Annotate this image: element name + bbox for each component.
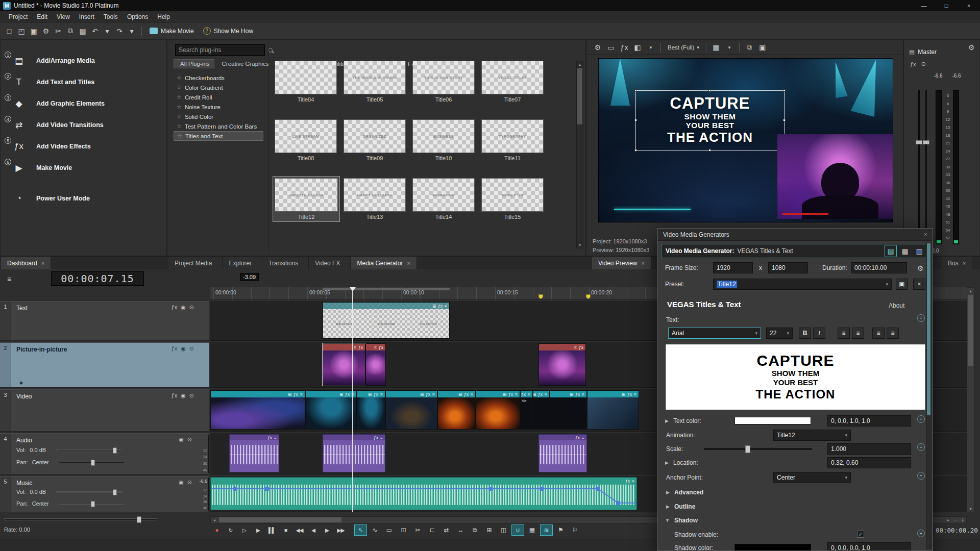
event-menu-icon[interactable]: ≡ (634, 392, 636, 397)
text-keyframe-icon[interactable]: + (917, 314, 925, 322)
event-edit-tool[interactable]: ◫ (497, 524, 510, 536)
timeline-marker[interactable] (538, 294, 543, 299)
font-family-select[interactable]: Arial ▾ (668, 328, 761, 339)
favorite-star-icon[interactable]: ☆ (177, 84, 182, 91)
track-name[interactable]: Audio (16, 437, 32, 444)
event-menu-icon[interactable]: ≡ (374, 345, 377, 350)
video-event[interactable]: ⊞ ƒx ≡ (476, 390, 520, 430)
record-button[interactable]: ● (210, 524, 223, 536)
timeline-v-scrollbar[interactable]: ▴ ▾ (967, 287, 974, 512)
outline-expander[interactable]: ▶ (666, 504, 670, 509)
insert-region-button[interactable]: ⚐ (569, 524, 581, 536)
prev-frame-button[interactable]: ◀ (307, 524, 320, 536)
menu-item[interactable]: View (52, 11, 75, 22)
track-solo-icon[interactable]: ⊙ (189, 304, 194, 311)
track-mute-icon[interactable]: ◉ (181, 345, 186, 352)
project-properties-button[interactable]: ⚙ (40, 25, 52, 37)
align-left-icon[interactable]: ≡ (838, 328, 850, 339)
plugin-tab[interactable]: Creative Graphics (215, 59, 274, 68)
pan-value[interactable]: Center (32, 500, 55, 507)
zoom-edit-tool[interactable]: ⊡ (397, 524, 410, 536)
event-fx-icon[interactable]: ƒx (379, 345, 383, 350)
frame-height-input[interactable]: 1080 (768, 262, 808, 273)
anchor-keyframe-icon[interactable]: + (917, 472, 925, 480)
align-middle-icon[interactable]: ≡ (887, 328, 899, 339)
favorite-star-icon[interactable]: ☆ (177, 123, 182, 130)
outline-section[interactable]: Outline (674, 503, 695, 510)
dashboard-item[interactable]: 2 T Add Text and Titles (10, 73, 158, 91)
save-snapshot-icon[interactable]: ▣ (756, 41, 769, 54)
event-fx-icon[interactable]: ƒx (426, 392, 430, 397)
zoom-out-icon[interactable]: − (952, 517, 959, 523)
music-event[interactable]: ƒx ≡ (210, 477, 637, 510)
track-solo-icon[interactable]: ⊙ (189, 392, 194, 399)
video-event[interactable]: ⊞ ƒx ≡ (533, 390, 550, 430)
favorite-star-icon[interactable]: ☆ (177, 113, 182, 120)
text-selection-box[interactable] (635, 90, 785, 151)
dialog-titlebar[interactable]: Video Media Generators × (658, 229, 933, 241)
master-fader-left[interactable] (918, 90, 920, 243)
split-tool[interactable]: ✂ (411, 524, 424, 536)
event-fx-icon[interactable]: ƒx (538, 392, 543, 397)
plugin-list-item[interactable]: ☆ Solid Color (174, 112, 263, 121)
event-menu-icon[interactable]: ≡ (582, 392, 584, 397)
event-menu-icon[interactable]: ≡ (528, 392, 530, 397)
master-fader-right[interactable] (925, 90, 927, 243)
anchor-point-select[interactable]: Center ▾ (773, 472, 851, 483)
pip-event[interactable]: ≡ ƒx (538, 343, 586, 386)
event-fx-icon[interactable]: ƒx (374, 435, 378, 440)
track-mute-icon[interactable]: ◉ (179, 479, 184, 486)
play-button[interactable]: ▶ (252, 524, 264, 536)
external-monitor-icon[interactable]: ▭ (605, 41, 617, 54)
event-menu-icon[interactable]: ≡ (300, 392, 303, 397)
goto-end-button[interactable]: ▶▶ (334, 524, 347, 536)
event-fx-icon[interactable]: ƒx (464, 392, 469, 397)
track-header-text[interactable]: 1 Text ƒx ◉ ⊙ (0, 301, 209, 341)
new-project-button[interactable]: □ (3, 25, 15, 37)
scale-slider[interactable] (704, 448, 812, 450)
video-event[interactable]: ⊞ ƒx ≡ (357, 390, 385, 430)
grid-snap-toggle[interactable]: ▦ (526, 524, 538, 536)
track-fx-icon[interactable]: ƒx (172, 392, 178, 399)
scroll-down-icon[interactable]: ▾ (577, 242, 582, 248)
advanced-section[interactable]: Advanced (674, 489, 703, 496)
rate-slider[interactable] (4, 518, 157, 520)
animation-select[interactable]: Title12 ▾ (773, 430, 851, 441)
video-event[interactable]: ⊞ ƒx ≡ (385, 390, 437, 430)
save-project-button[interactable]: ▣ (28, 25, 40, 37)
master-fx-icon[interactable]: ƒx (910, 61, 916, 67)
title-preset-tile[interactable]: VEGAS TITLES Title07 (481, 61, 544, 103)
event-fx-icon[interactable]: ƒx (627, 392, 632, 397)
audio-event[interactable]: ƒx ≡ (538, 434, 587, 472)
text-color-expander[interactable]: ▶ (665, 418, 669, 423)
event-menu-icon[interactable]: ≡ (354, 345, 356, 350)
about-link[interactable]: About (889, 302, 904, 309)
ungroup-tool[interactable]: ⊞ (483, 524, 496, 536)
event-fx-icon[interactable]: ƒx (374, 392, 378, 397)
copy-frame-icon[interactable]: ⧉ (743, 41, 755, 54)
event-fx-icon[interactable]: ƒx (508, 392, 513, 397)
video-event[interactable]: ⊞ ƒx ≡ (437, 390, 476, 430)
volume-envelope[interactable] (211, 478, 636, 510)
delete-preset-icon[interactable]: × (913, 279, 925, 290)
tab-video-preview[interactable]: Video Preview × (592, 257, 651, 269)
thumbnail-scrollbar[interactable]: ▴ ▾ (576, 61, 583, 248)
duration-input[interactable]: 00:00:10.00 (851, 262, 907, 273)
menu-item[interactable]: Edit (32, 11, 52, 22)
plugin-list-item[interactable]: ☆ Color Gradient (174, 83, 263, 92)
trim-tool[interactable]: ⊏ (426, 524, 438, 536)
event-fx-icon[interactable]: ƒx (267, 435, 272, 440)
track-mute-icon[interactable]: ◉ (181, 392, 186, 399)
favorite-star-icon[interactable]: ☆ (177, 133, 182, 139)
track-header-music[interactable]: 5 Music ◉ ⊙ Vol: 0.0 dB Pan: Center -6.6… (0, 476, 209, 512)
event-fx-icon[interactable]: ƒx (521, 392, 526, 397)
plugin-list-item[interactable]: ☆ Credit Roll (174, 92, 263, 102)
event-menu-icon[interactable]: ≡ (432, 392, 435, 397)
video-preview-frame[interactable]: CAPTURE SHOW THEM YOUR BEST THE ACTION (598, 58, 893, 222)
favorite-star-icon[interactable]: ☆ (177, 104, 182, 110)
cut-button[interactable]: ✂ (52, 25, 64, 37)
title-preset-tile[interactable]: LIVE STREAM Title08 (275, 119, 337, 161)
master-fader-handle-left[interactable] (916, 140, 922, 144)
event-menu-icon[interactable]: ≡ (545, 392, 547, 397)
panel-tab[interactable]: Explorer (223, 257, 262, 269)
